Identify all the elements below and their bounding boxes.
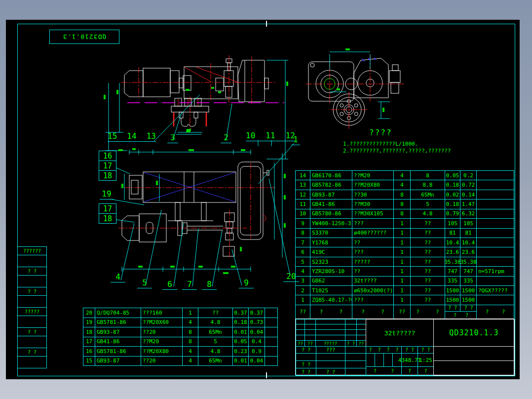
bom-cell-code: GB41-86 <box>95 337 141 347</box>
bom-cell-remark <box>265 327 278 337</box>
notes-title: ???? <box>369 128 392 137</box>
bom-cell-code: GB6170-86 <box>310 171 352 180</box>
bom-table-left: 20 Q/DQ704-85 ???160 1 ?? 0.37 0.37 19 G… <box>83 308 278 366</box>
bom-cell-remark <box>477 295 514 305</box>
tb-standard-label: ??? <box>316 346 345 354</box>
bom-cell-unit-weight: 335 <box>445 277 460 286</box>
bom-cell-total-weight: 1500 <box>460 286 477 295</box>
bom-cell-no: 14 <box>296 171 310 180</box>
bom-cell-total-weight: 747 <box>460 267 477 276</box>
bom-cell-material: ?? <box>411 267 445 276</box>
bom-cell-qty: 4 <box>183 347 198 357</box>
bom-header-name: ? ? <box>352 305 394 319</box>
revision-strip-gap <box>17 275 47 287</box>
bom-cell-unit-weight: 1500 <box>445 286 460 295</box>
bom-cell-no: 4 <box>296 267 310 276</box>
revision-strip-label: ? ? <box>17 348 47 357</box>
revision-strip-gap <box>17 336 47 348</box>
bom-cell-total-weight: 35.38 <box>460 257 477 267</box>
part-label-5: 5 <box>137 279 152 288</box>
bom-cell-material: ?? <box>411 257 445 267</box>
bom-cell-total-weight: 1500 <box>460 295 477 305</box>
bom-cell-name: ??M20 <box>352 171 394 180</box>
bom-cell-name: ???160 <box>141 308 183 318</box>
bom-cell-material: ?? <box>411 277 445 286</box>
bom-cell-qty: 4 <box>183 318 198 328</box>
bom-cell-name: ??? <box>352 219 394 228</box>
bom-cell-material: 4.8 <box>411 209 445 219</box>
bom-table-right-header: ?? ? ? ? ? ?? ? ? ? ? ? ? ? ? ? ? <box>295 305 514 319</box>
revision-strip-label: ? ? <box>17 267 47 276</box>
bom-cell-qty: 1 <box>394 229 411 238</box>
bom-cell-unit-weight: 0.23 <box>233 347 249 357</box>
bom-cell-unit-weight: 35.38 <box>445 257 460 267</box>
bom-cell-material: 65Mn <box>411 190 445 200</box>
bom-cell-total-weight: 0.2 <box>460 171 477 180</box>
bom-cell-code: Y1768 <box>310 238 352 247</box>
bom-cell-code: GB93-87 <box>95 327 141 337</box>
bom-cell-unit-weight: 1500 <box>445 295 460 305</box>
revision-strip-label: ? ? <box>17 287 47 296</box>
bom-cell-name: ??M30X105 <box>352 209 394 219</box>
part-label-box-17-18: 17 18 <box>99 204 116 224</box>
bom-cell-material: 5 <box>198 337 233 347</box>
tb-process-label: ? ? <box>296 368 316 376</box>
bom-cell-unit-weight: 23.6 <box>445 247 460 257</box>
bom-cell-code: S2323 <box>310 257 352 267</box>
part-label-box-16-17-18: 16 17 18 <box>99 151 116 181</box>
bom-cell-remark <box>477 257 514 267</box>
bom-table-right: 14 GB6170-86 ??M20 4 8 0.05 0.2 13 GB578… <box>295 170 514 305</box>
bom-cell-total-weight: 335 <box>460 277 477 286</box>
bom-cell-total-weight: 0.04 <box>249 327 265 337</box>
bom-cell-total-weight: 0.72 <box>460 180 477 190</box>
bom-header-code: ? ? <box>310 305 352 319</box>
bom-cell-remark <box>265 318 278 328</box>
tb-approve-label: ? ? <box>316 368 345 376</box>
bom-cell-code: GB41-86 <box>310 200 352 209</box>
bom-cell-material: 5 <box>411 200 445 209</box>
bom-cell-remark <box>477 229 514 238</box>
bom-cell-remark <box>477 247 514 257</box>
bom-cell-remark <box>265 357 278 366</box>
rotated-stamp-box: QD3210.1.3 <box>49 30 119 44</box>
part-label-9: 9 <box>239 279 254 288</box>
bom-cell-name: ??M30 <box>352 200 394 209</box>
bom-cell-remark <box>477 180 514 190</box>
bom-cell-material: 65Mn <box>198 357 233 366</box>
bom-cell-total-weight: 0.04 <box>249 357 265 366</box>
bom-cell-remark <box>477 200 514 209</box>
bom-cell-total-weight: 10.4 <box>460 238 477 247</box>
bom-cell-name: ø650x2000(?)??? <box>352 286 394 295</box>
tb-sign-row: ? ? <box>366 366 402 376</box>
bom-cell-name: ??M20 <box>141 337 183 347</box>
bom-cell-code: G862 <box>310 277 352 286</box>
tb-product-name: 32t????? <box>366 319 434 347</box>
bom-cell-remark <box>477 219 514 228</box>
tb-checker-label: ? ? <box>296 360 316 368</box>
bom-header-no: ?? <box>296 305 310 319</box>
revision-strip-gap <box>17 316 47 328</box>
part-label-3: 3 <box>167 134 178 143</box>
bom-cell-qty: 1 <box>394 247 411 257</box>
tb-scale-value: 1:25 <box>418 353 434 367</box>
bom-cell-material: ?? <box>411 286 445 295</box>
bom-cell-unit-weight: 0.05 <box>445 171 460 180</box>
bom-cell-total-weight: 105 <box>460 219 477 228</box>
bom-cell-material: ?? <box>411 247 445 257</box>
bom-header-remark: ? ? <box>477 305 514 319</box>
bom-cell-code: YZR280S-10 <box>310 267 352 276</box>
bom-cell-qty: 1 <box>183 308 198 318</box>
bom-cell-material: ?? <box>411 238 445 247</box>
bom-cell-no: 11 <box>296 200 310 209</box>
tb-sign-header: ? ? ? ? <box>366 346 402 354</box>
bom-cell-code: YW400-1250-3 <box>310 219 352 228</box>
bom-cell-name: ??20 <box>141 327 183 337</box>
bom-cell-material: ?? <box>198 308 233 318</box>
tb-sign-row-2: ? <box>401 366 418 376</box>
part-label-19: 19 <box>100 190 114 200</box>
bom-cell-unit-weight: 0.01 <box>233 357 249 366</box>
bom-header-weight: ? ? ? ? ? ? <box>445 305 477 319</box>
bom-cell-unit-weight: 10.4 <box>445 238 460 247</box>
bom-cell-material: ?? <box>411 219 445 228</box>
bom-cell-remark: ?QGX????? <box>477 286 514 295</box>
